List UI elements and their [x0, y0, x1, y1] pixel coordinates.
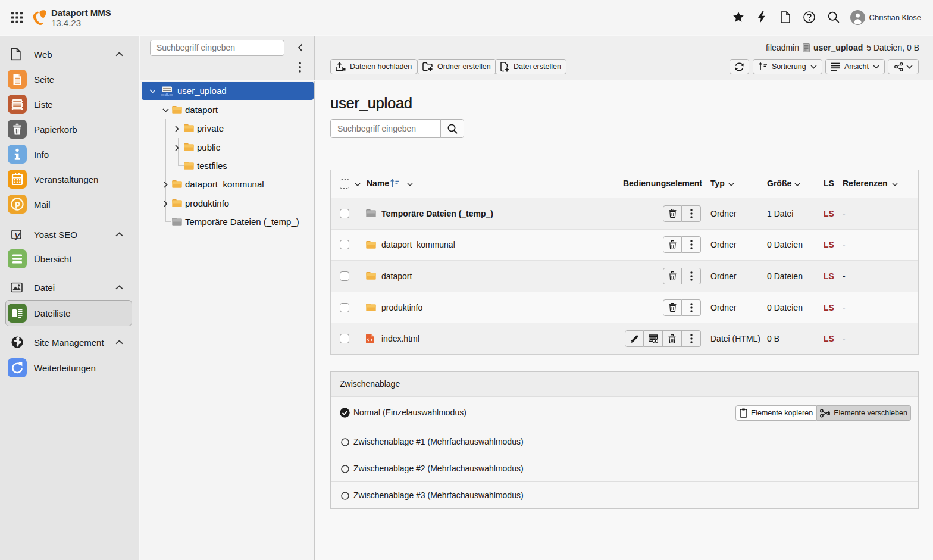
svg-text:y: y — [14, 230, 21, 241]
